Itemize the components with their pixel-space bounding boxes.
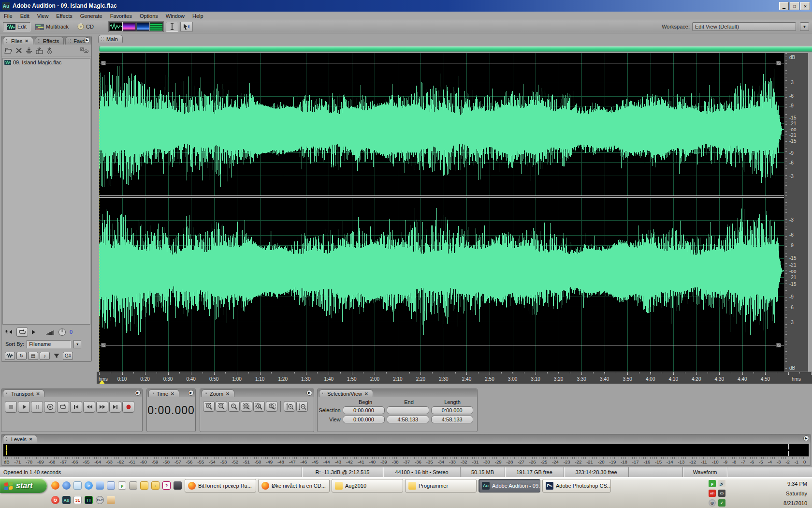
selection-length-field[interactable]: 0:00.000 — [431, 406, 473, 414]
menu-favorites[interactable]: Favorites — [106, 12, 136, 20]
sort-by-select[interactable]: Filename — [27, 340, 71, 348]
open-file-icon[interactable] — [4, 47, 13, 54]
time-ruler[interactable]: hms0:100:200:300:400:501:001:101:201:301… — [97, 372, 812, 384]
loop-playback-button[interactable] — [16, 328, 28, 337]
thunderbird-icon[interactable] — [62, 481, 71, 490]
show-video-files-button[interactable]: ▤ — [28, 352, 38, 360]
cd-player-tray-icon[interactable]: ◎ — [709, 499, 716, 507]
outlook-express-icon[interactable] — [107, 481, 115, 490]
menu-help[interactable]: Help — [188, 12, 207, 20]
menu-generate[interactable]: Generate — [76, 12, 106, 20]
winamp-icon[interactable] — [174, 481, 182, 490]
tab-files[interactable]: Files✕ — [3, 37, 33, 45]
folder-icon[interactable] — [140, 481, 148, 490]
menu-effects[interactable]: Effects — [52, 12, 76, 20]
level-meter[interactable] — [3, 444, 809, 457]
panel-menu-icon[interactable]: ▶ — [803, 435, 809, 441]
close-file-icon[interactable] — [15, 47, 23, 54]
time-selection-tool-button[interactable] — [166, 22, 178, 32]
close-tab-icon[interactable]: ✕ — [226, 391, 230, 396]
notepad-icon[interactable] — [73, 481, 82, 490]
close-tab-icon[interactable]: ✕ — [25, 39, 29, 44]
close-tab-icon[interactable]: ✕ — [36, 391, 40, 396]
spectral-pan-view-button[interactable] — [136, 22, 149, 31]
menu-options[interactable]: Options — [136, 12, 162, 20]
selection-view-tab[interactable]: Selection/View ✕ — [319, 389, 373, 397]
amplitude-ruler[interactable]: dBdB-3-6-9-15-21-oo-21-15-9-6-3-3-6-9-15… — [784, 53, 808, 372]
play-looped-button[interactable] — [44, 401, 56, 413]
view-length-field[interactable]: 4:58.133 — [431, 416, 473, 423]
workspace-dropdown-icon[interactable]: ▼ — [800, 22, 809, 31]
show-loop-files-button[interactable]: ↻ — [16, 352, 27, 360]
taskbar-button-2[interactable]: Øke nivået fra en CD... — [258, 479, 330, 493]
eac-icon[interactable]: EAC — [96, 496, 104, 504]
restore-icon[interactable]: ❐ — [790, 2, 799, 10]
file-item[interactable]: 09. Island Magic.flac — [3, 59, 90, 66]
menu-file[interactable]: File — [0, 12, 16, 20]
waveform-display[interactable] — [99, 53, 784, 372]
main-tab[interactable]: Main — [98, 35, 123, 43]
menu-view[interactable]: View — [33, 12, 53, 20]
music-folder-icon[interactable]: ♪ — [151, 481, 160, 490]
go-to-beginning-button[interactable] — [70, 401, 82, 413]
import-file-icon[interactable] — [26, 47, 33, 54]
help-icon[interactable]: ? — [162, 481, 171, 490]
start-button[interactable]: start — [0, 478, 47, 493]
spectral-phase-view-button[interactable] — [150, 22, 163, 31]
antivirus-tray-icon[interactable]: ✓ — [718, 499, 725, 507]
panel-menu-icon[interactable]: ▶ — [188, 390, 194, 396]
tab-effects[interactable]: Effects — [35, 37, 64, 45]
close-tab-icon[interactable]: ✕ — [364, 391, 368, 396]
advanced-options-button[interactable]: G# — [63, 352, 73, 360]
transport-tab[interactable]: Transport ✕ — [3, 389, 44, 397]
zoom-to-selection-button[interactable] — [241, 401, 252, 412]
opera-icon[interactable]: O — [51, 496, 59, 504]
zoom-tab[interactable]: Zoom ✕ — [202, 389, 234, 397]
selection-begin-field[interactable]: 0:00.000 — [343, 406, 385, 414]
show-midi-files-button[interactable]: ♪ — [40, 352, 50, 360]
horizontal-scrollbar[interactable] — [99, 46, 812, 52]
record-button[interactable] — [122, 401, 134, 413]
panel-menu-icon[interactable]: ▶ — [306, 390, 312, 396]
fast-forward-button[interactable] — [96, 401, 108, 413]
show-audio-files-button[interactable] — [5, 352, 15, 360]
zoom-in-horizontally-button[interactable] — [203, 401, 215, 412]
view-end-field[interactable]: 4:58.133 — [387, 416, 429, 423]
zoom-out-full-button[interactable] — [228, 401, 240, 412]
auto-play-icon[interactable] — [5, 329, 13, 335]
rewind-button[interactable] — [83, 401, 95, 413]
preview-play-icon[interactable] — [31, 329, 36, 335]
taskbar-button-4[interactable]: Programmer — [405, 479, 477, 493]
insert-into-multitrack-icon[interactable] — [36, 47, 43, 54]
minimize-icon[interactable]: ▁ — [779, 2, 789, 10]
view-begin-field[interactable]: 0:00.000 — [343, 416, 385, 423]
zoom-out-vertically-button[interactable] — [296, 401, 308, 412]
preview-volume-knob[interactable] — [58, 328, 66, 336]
close-icon[interactable]: ✕ — [800, 2, 810, 10]
selection-end-field[interactable] — [387, 406, 429, 414]
edit-view-button[interactable]: Edit — [3, 22, 30, 31]
sort-by-dropdown-icon[interactable]: ▼ — [73, 340, 81, 348]
taskbar-button-5[interactable]: AuAdobe Audition - 09. ... — [478, 479, 540, 493]
close-tab-icon[interactable]: ✕ — [29, 437, 33, 442]
waveform-view-button[interactable] — [109, 22, 122, 31]
filter-display-button[interactable] — [51, 352, 61, 360]
volume-tray-icon[interactable]: 🔊 — [718, 480, 725, 487]
zoom-in-left-selection-edge-button[interactable] — [253, 401, 265, 412]
taskbar-button-3[interactable]: Aug2010 — [332, 479, 403, 493]
paint-icon[interactable] — [107, 496, 115, 504]
calendar-icon[interactable]: 31 — [73, 496, 82, 504]
multitrack-view-button[interactable]: Multitrack — [31, 22, 72, 31]
adobe-audition-icon[interactable]: Au — [62, 496, 71, 504]
levels-tab[interactable]: Levels ✕ — [3, 435, 37, 443]
panel-menu-icon[interactable]: ▶ — [84, 37, 90, 43]
internet-explorer-icon[interactable]: e — [85, 481, 93, 490]
scrub-tool-button[interactable] — [180, 22, 193, 32]
time-tab[interactable]: Time ✕ — [148, 389, 179, 397]
taskbar-button-1[interactable]: BitTorrent трекер Ru... — [185, 479, 256, 493]
close-tab-icon[interactable]: ✕ — [171, 391, 174, 396]
menu-window[interactable]: Window — [162, 12, 188, 20]
spectral-frequency-view-button[interactable] — [123, 22, 136, 31]
taskbar-button-6[interactable]: PsAdobe Photoshop CS... — [542, 479, 611, 493]
windows-messenger-icon[interactable] — [96, 481, 104, 490]
